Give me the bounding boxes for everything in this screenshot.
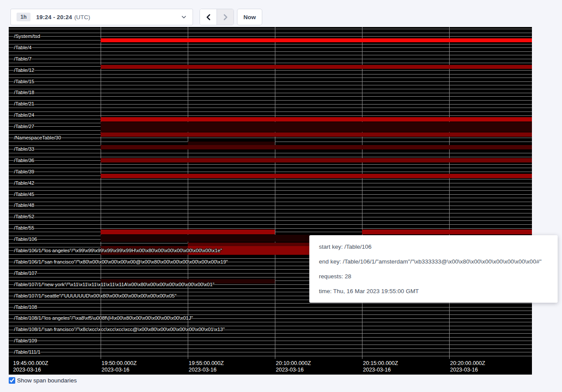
span-boundary-line (9, 217, 532, 217)
span-label: /Table/55 (14, 225, 34, 230)
span-boundary-line (9, 356, 532, 356)
span-boundary-line (9, 337, 532, 338)
span-label: /Table/107/1/"seattle"/"UUUUUUD\x00\x80\… (14, 293, 176, 298)
range-timezone-label: (UTC) (74, 14, 90, 20)
axis-date: 2023-03-16 (189, 367, 224, 373)
span-boundary-line (9, 153, 532, 153)
heat-band (101, 38, 532, 42)
chevron-down-icon (181, 14, 187, 20)
time-gridline (188, 27, 188, 359)
span-label: /Table/111/1 (14, 349, 41, 355)
span-boundary-line (9, 303, 532, 304)
span-boundary-line (9, 108, 532, 108)
axis-time: 20:20:00.000Z (450, 360, 485, 367)
span-label: /Table/108/1/"san francisco"/"\x8c\xcc\x… (14, 327, 225, 332)
span-boundary-line (9, 307, 532, 308)
span-boundary-line (9, 70, 532, 71)
span-boundary-line (9, 55, 532, 55)
span-boundary-line (9, 206, 532, 206)
heat-band (101, 158, 532, 162)
span-label: /Table/24 (14, 112, 34, 118)
checkbox-label: Show span boundaries (17, 377, 77, 384)
span-boundary-line (9, 104, 532, 105)
span-label: /Table/107 (14, 270, 37, 276)
span-boundary-line (9, 59, 532, 59)
span-label: /Table/48 (14, 203, 34, 208)
span-boundary-line (9, 89, 532, 89)
time-nav-group (200, 9, 234, 25)
span-label: /NamespaceTable/30 (14, 135, 61, 140)
span-boundary-line (9, 333, 532, 334)
axis-time: 19:45:00.000Z (13, 360, 48, 367)
next-time-button[interactable] (217, 9, 234, 25)
span-boundary-line (9, 352, 532, 352)
time-gridline (101, 27, 101, 359)
tooltip-line: end key: /Table/106/1/"amsterdam"/"\xb33… (319, 258, 548, 265)
heat-band (188, 142, 275, 145)
prev-time-button[interactable] (200, 9, 217, 25)
span-boundary-line (9, 224, 532, 225)
span-boundary-line (9, 33, 532, 33)
span-boundary-line (9, 164, 532, 165)
key-visualizer-canvas[interactable]: /System/tsd/Table/4/Table/7/Table/12/Tab… (9, 27, 532, 375)
span-boundary-line (9, 198, 532, 198)
axis-time: 19:50:00.000Z (102, 360, 137, 367)
span-boundary-line (9, 172, 532, 172)
heat-band (101, 145, 532, 149)
span-boundary-line (9, 112, 532, 112)
axis-time-label: 19:55:00.000Z2023-03-16 (189, 360, 224, 373)
axis-time-label: 19:50:00.000Z2023-03-16 (102, 360, 137, 373)
now-button[interactable]: Now (237, 9, 262, 25)
time-gridline (362, 27, 362, 359)
span-boundary-line (9, 100, 532, 101)
span-boundary-line (9, 213, 532, 213)
span-label: /Table/106/1/"los angeles"/"\x99\x99\x99… (14, 248, 222, 253)
time-range-selector[interactable]: 1h 19:24 - 20:24 (UTC) (10, 9, 193, 25)
span-boundary-line (9, 322, 532, 322)
axis-time-label: 19:45:00.000Z2023-03-16 (13, 360, 48, 373)
time-gridline (275, 27, 275, 359)
show-span-boundaries[interactable]: Show span boundaries (9, 377, 77, 384)
axis-time-label: 20:15:00.000Z2023-03-16 (363, 360, 398, 373)
span-boundary-line (9, 345, 532, 345)
span-boundary-line (9, 93, 532, 93)
span-boundary-line (9, 81, 532, 82)
span-label: /Table/27 (14, 124, 34, 129)
heat-band (101, 174, 532, 178)
span-boundary-line (9, 348, 532, 349)
time-gridline (449, 27, 450, 359)
span-label: /Table/15 (14, 79, 34, 84)
span-boundary-line (9, 311, 532, 311)
span-boundary-line (9, 78, 532, 78)
span-label: /Table/108 (14, 304, 37, 310)
axis-date: 2023-03-16 (450, 367, 485, 373)
span-boundary-line (9, 194, 532, 195)
span-label: /Table/36 (14, 158, 34, 163)
range-label: 19:24 - 20:24 (36, 14, 72, 20)
toolbar: 1h 19:24 - 20:24 (UTC) Now (0, 0, 562, 27)
axis-time-label: 20:20:00.000Z2023-03-16 (450, 360, 485, 373)
span-boundary-line (9, 63, 532, 63)
axis-date: 2023-03-16 (363, 367, 398, 373)
span-label: /Table/107/1/"new york"/"\x11\x11\x11\x1… (14, 282, 214, 287)
chevron-left-icon (205, 14, 212, 21)
span-boundary-line (9, 29, 532, 29)
show-span-boundaries-checkbox[interactable] (9, 377, 15, 384)
heat-band (362, 230, 532, 234)
axis-time: 19:55:00.000Z (189, 360, 224, 367)
axis-date: 2023-03-16 (102, 367, 137, 373)
span-label: /Table/108/1/"los angeles"/"\xa8\xf5\u00… (14, 315, 193, 321)
span-boundary-line (9, 183, 532, 183)
span-boundary-line (9, 168, 532, 168)
span-boundary-line (9, 85, 532, 85)
tooltip-line: time: Thu, 16 Mar 2023 19:55:00 GMT (319, 288, 548, 294)
span-boundary-line (9, 179, 532, 179)
span-label: /Table/18 (14, 90, 34, 95)
tooltip-line: requests: 28 (319, 273, 548, 280)
axis-date: 2023-03-16 (276, 367, 311, 373)
span-label: /Table/12 (14, 68, 34, 73)
heat-band (101, 235, 309, 242)
span-label: /System/tsd (14, 34, 40, 39)
span-boundary-line (9, 74, 532, 74)
span-boundary-line (9, 326, 532, 326)
